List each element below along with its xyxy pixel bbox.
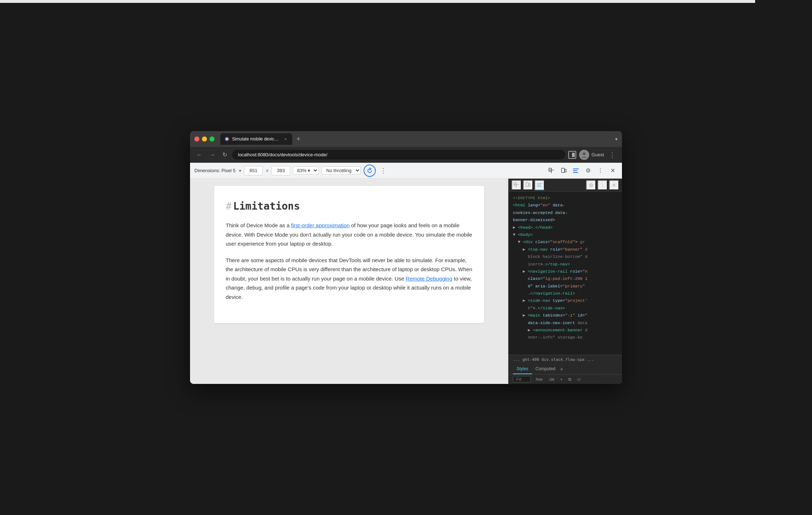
url-input[interactable] xyxy=(232,150,565,160)
address-bar-right: Guest ⋮ xyxy=(568,149,618,160)
paragraph-1-before: Think of Device Mode as a xyxy=(226,222,291,228)
settings-button[interactable]: ⚙ xyxy=(583,166,593,176)
chrome-favicon-icon xyxy=(225,136,229,142)
reload-button[interactable]: ↻ xyxy=(220,150,229,160)
html-line-sidenav1[interactable]: ▶ <side-nav type="project' xyxy=(513,297,618,304)
title-bar: Simulate mobile devices with D × + ▾ xyxy=(190,131,622,147)
svg-rect-11 xyxy=(526,183,528,187)
dropdown-arrow-icon[interactable]: ▾ xyxy=(239,168,241,173)
svg-rect-8 xyxy=(514,183,516,185)
forward-button[interactable]: → xyxy=(207,150,217,160)
html-line-body-open[interactable]: ▼ <body> xyxy=(513,231,618,238)
html-line-scaffold[interactable]: ▼ <div class="scaffold"> gr xyxy=(513,238,618,246)
devtools-panel: ⚙ ⋮ ✕ <!DOCTYPE html> <html lang="en" da… xyxy=(508,179,622,384)
rotate-icon xyxy=(366,167,373,174)
html-line-banner: banner-dismissed> xyxy=(513,216,618,224)
html-panel[interactable]: <!DOCTYPE html> <html lang="en" data- co… xyxy=(509,192,622,355)
active-tab[interactable]: Simulate mobile devices with D × xyxy=(220,133,292,145)
page-heading: # Limitations xyxy=(226,200,473,212)
tab-title: Simulate mobile devices with D xyxy=(232,136,280,142)
dimension-separator: × xyxy=(266,168,269,174)
devtools-tab-bar: ⚙ ⋮ ✕ xyxy=(509,179,622,192)
tab-close-button[interactable]: × xyxy=(283,136,288,142)
chevron-down-icon[interactable]: ▾ xyxy=(615,136,618,142)
elements-panel-button[interactable] xyxy=(571,166,581,176)
maximize-window-button[interactable] xyxy=(209,136,215,142)
svg-point-1 xyxy=(226,138,228,140)
profile-button[interactable]: Guest xyxy=(579,150,604,160)
zoom-select[interactable]: 83% ▾ xyxy=(293,166,319,175)
html-line-head[interactable]: ▶ <head>…</head> xyxy=(513,224,618,231)
html-line-main1[interactable]: ▶ <main tabindex="-1" id=" xyxy=(513,312,618,319)
paragraph-2: There are some aspects of mobile devices… xyxy=(226,256,473,302)
address-bar: ← → ↻ Guest ⋮ xyxy=(190,147,622,163)
cls-button[interactable]: .cls xyxy=(547,376,556,382)
devtools-toolbar: Dimensions: Pixel 5 ▾ × 83% ▾ No throttl… xyxy=(190,163,622,179)
profile-name: Guest xyxy=(591,152,604,157)
webpage-preview: # Limitations Think of Device Mode as a … xyxy=(190,179,508,384)
styles-more-button[interactable]: » xyxy=(560,367,563,372)
hov-button[interactable]: :hov xyxy=(534,376,544,382)
page-content: # Limitations Think of Device Mode as a … xyxy=(214,186,484,323)
devtools-settings-icon[interactable]: ⚙ xyxy=(586,180,596,190)
copy-style-button[interactable]: ⧉ xyxy=(567,376,573,382)
inspector-button[interactable] xyxy=(546,166,556,176)
svg-rect-12 xyxy=(529,184,530,186)
svg-point-2 xyxy=(583,152,586,155)
devtools-device-icon[interactable] xyxy=(523,180,533,190)
new-tab-button[interactable]: + xyxy=(294,136,303,142)
tab-computed[interactable]: Computed xyxy=(532,364,559,374)
devtools-tab-right: ⚙ ⋮ ✕ xyxy=(586,180,619,190)
more-options-button[interactable]: ⋮ xyxy=(379,167,388,175)
main-area: # Limitations Think of Device Mode as a … xyxy=(190,179,622,384)
device-mode-button[interactable] xyxy=(559,166,569,176)
remote-debugging-link[interactable]: Remote Debugging xyxy=(406,276,452,282)
tab-styles[interactable]: Styles xyxy=(513,364,532,374)
html-line-navrail1[interactable]: ▶ <navigation-rail role="n xyxy=(513,268,618,275)
devtools-more-icon[interactable]: ⋮ xyxy=(597,180,608,190)
sidebar-toggle-button[interactable] xyxy=(568,151,576,159)
html-line-navrail2: class="lg:pad-left-200 1 xyxy=(513,275,618,282)
avatar xyxy=(579,150,589,160)
svg-rect-7 xyxy=(565,169,566,172)
devtools-inspector-icon[interactable] xyxy=(511,180,522,190)
heading-text: Limitations xyxy=(233,200,300,212)
svg-rect-6 xyxy=(561,168,564,173)
more-devtools-button[interactable]: ⋮ xyxy=(595,166,605,176)
breadcrumb: ... ght-400 div.stack.flow-spa ... xyxy=(513,357,618,362)
dimensions-label: Dimensions: Pixel 5 xyxy=(194,168,235,173)
devtools-toolbar-right: ⚙ ⋮ ✕ xyxy=(546,166,618,176)
back-button[interactable]: ← xyxy=(194,150,204,160)
back-style-button[interactable]: ◁ xyxy=(576,376,581,382)
html-line-topnav1[interactable]: ▶ <top-nav role="banner" d xyxy=(513,246,618,253)
styles-tabs: Styles Computed » xyxy=(509,364,622,375)
html-line-announce1[interactable]: ▶ <announcement-banner d xyxy=(513,327,618,334)
devtools-elements-tab[interactable] xyxy=(534,180,545,190)
add-style-button[interactable]: + xyxy=(559,376,564,382)
close-devtools-button[interactable]: ✕ xyxy=(608,166,618,176)
rotate-button[interactable] xyxy=(364,165,376,177)
browser-menu-button[interactable]: ⋮ xyxy=(607,149,618,160)
devtools-bottom-bar: ... ght-400 div.stack.flow-spa ... xyxy=(509,355,622,364)
html-line-navrail3: 0" aria-label="primary" xyxy=(513,283,618,290)
browser-window: Simulate mobile devices with D × + ▾ ← →… xyxy=(190,131,622,384)
tab-bar: Simulate mobile devices with D × + xyxy=(220,133,612,145)
html-line-announce2: nner--info" storage-ke xyxy=(513,334,618,341)
height-input[interactable] xyxy=(271,166,290,175)
html-line-html: <html lang="en" data- xyxy=(513,202,618,209)
paragraph-1: Think of Device Mode as a first-order ap… xyxy=(226,221,473,248)
title-bar-right: ▾ xyxy=(615,136,618,142)
width-input[interactable] xyxy=(244,166,263,175)
hash-icon: # xyxy=(226,200,232,212)
first-order-link[interactable]: first-order approximation xyxy=(291,222,350,228)
close-window-button[interactable] xyxy=(194,136,199,142)
html-line-topnav3: inert>…</top-nav> xyxy=(513,261,618,268)
html-line-navrail4: …</navigation-rail> xyxy=(513,290,618,297)
devtools-close-icon[interactable]: ✕ xyxy=(609,180,619,190)
html-line-sidenav2: t">…</side-nav> xyxy=(513,305,618,312)
throttle-select[interactable]: No throttling xyxy=(321,166,361,175)
styles-filter-input[interactable] xyxy=(513,376,531,382)
minimize-window-button[interactable] xyxy=(202,136,207,142)
html-line-doctype: <!DOCTYPE html> xyxy=(513,194,618,202)
html-line-main2: data-side-nav-inert data xyxy=(513,319,618,327)
